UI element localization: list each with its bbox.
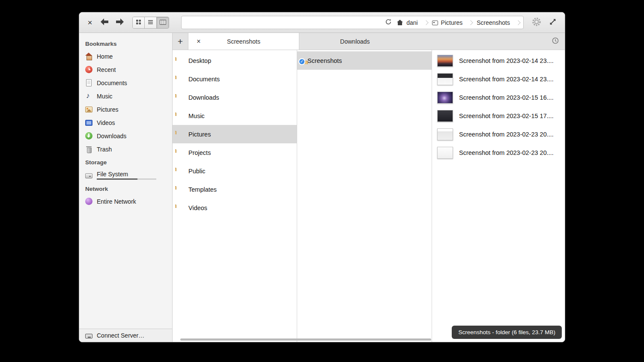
chevron-right-icon bbox=[468, 20, 472, 26]
main-area: + × Screenshots Downloads bbox=[173, 33, 565, 342]
sidebar-section-network: Network bbox=[79, 182, 172, 195]
horizontal-scrollbar[interactable] bbox=[180, 338, 431, 341]
sidebar-section-storage: Storage bbox=[79, 156, 172, 168]
sidebar-item[interactable]: Entire Network bbox=[79, 195, 172, 208]
tab-bar: + × Screenshots Downloads bbox=[173, 33, 565, 50]
sidebar-item-label: Trash bbox=[97, 146, 112, 153]
folder-row[interactable]: Templates bbox=[173, 180, 297, 199]
fullscreen-button[interactable] bbox=[547, 17, 559, 29]
tab[interactable]: × Screenshots bbox=[188, 33, 299, 50]
breadcrumb[interactable]: dani Pictures Screenshots bbox=[181, 16, 524, 29]
sidebar-item[interactable]: Documents bbox=[79, 76, 172, 89]
recent-icon bbox=[85, 66, 92, 73]
trash-icon bbox=[85, 145, 92, 153]
refresh-button[interactable] bbox=[383, 17, 394, 28]
new-tab-button[interactable]: + bbox=[173, 33, 188, 50]
column-view-button[interactable] bbox=[157, 17, 169, 28]
sidebar-item[interactable]: Trash bbox=[79, 142, 172, 156]
videos-icon bbox=[85, 120, 92, 126]
folder-row[interactable]: Screenshots bbox=[297, 51, 432, 70]
sidebar-scroll: Bookmarks Home bbox=[79, 33, 172, 329]
tab[interactable]: Downloads bbox=[299, 33, 411, 50]
sidebar-item-label: Recent bbox=[97, 66, 116, 73]
file-row[interactable]: Screenshot from 2023-02-14 23.... bbox=[432, 70, 565, 88]
selected-check-icon bbox=[298, 58, 305, 65]
sidebar-item-label: File System bbox=[97, 171, 156, 178]
settings-button[interactable] bbox=[531, 17, 543, 29]
folder-row[interactable]: Public bbox=[173, 162, 297, 180]
sidebar-item-label: Documents bbox=[97, 80, 127, 86]
list-view-button[interactable] bbox=[145, 17, 157, 28]
tab-close-icon[interactable]: × bbox=[195, 38, 202, 45]
grid-view-button[interactable] bbox=[133, 17, 145, 28]
folder-name: Public bbox=[188, 168, 206, 175]
file-row[interactable]: Screenshot from 2023-02-15 16.... bbox=[432, 88, 565, 107]
file-row[interactable]: Screenshot from 2023-02-14 23.... bbox=[432, 51, 565, 70]
breadcrumb-item[interactable]: Pictures bbox=[429, 19, 474, 26]
expand-icon bbox=[549, 18, 557, 27]
sidebar-item-label: Entire Network bbox=[97, 198, 136, 205]
sidebar-item[interactable]: File System bbox=[79, 168, 172, 182]
folder-name: Documents bbox=[188, 76, 220, 83]
light-ui-2-icon bbox=[437, 147, 453, 159]
column-view-icon bbox=[160, 19, 166, 27]
folder-row[interactable]: Downloads bbox=[173, 88, 297, 107]
breadcrumb-label: Pictures bbox=[441, 19, 463, 26]
folder-row[interactable]: Documents bbox=[173, 70, 297, 88]
connect-server-button[interactable]: Connect Server… bbox=[79, 329, 172, 342]
folder-row[interactable]: Projects bbox=[173, 143, 297, 162]
sidebar-item[interactable]: Downloads bbox=[79, 129, 172, 142]
history-button[interactable] bbox=[546, 33, 565, 50]
column-screenshots-files: Screenshot from 2023-02-14 23.... Screen… bbox=[432, 50, 565, 342]
sidebar-section-bookmarks: Bookmarks bbox=[79, 37, 172, 50]
disk-usage-fill bbox=[97, 178, 137, 180]
breadcrumb-label: Screenshots bbox=[477, 19, 510, 26]
folder-row[interactable]: Videos bbox=[173, 199, 297, 217]
pictures-icon bbox=[85, 107, 92, 113]
forward-arrow-icon bbox=[115, 18, 125, 27]
breadcrumb-item[interactable]: dani bbox=[394, 19, 429, 26]
folder-row[interactable]: Desktop bbox=[173, 51, 297, 70]
miller-columns: Desktop Documents Downloads bbox=[173, 50, 565, 342]
folder-row[interactable]: Music bbox=[173, 107, 297, 125]
sidebar-item[interactable]: Pictures bbox=[79, 103, 172, 116]
file-row[interactable]: Screenshot from 2023-02-23 20.... bbox=[432, 125, 565, 143]
sidebar-item[interactable]: Videos bbox=[79, 116, 172, 129]
sidebar-item-label: Videos bbox=[97, 119, 115, 126]
folder-name: Screenshots bbox=[307, 57, 342, 64]
breadcrumb-label: dani bbox=[406, 19, 417, 26]
tabs: × Screenshots Downloads bbox=[188, 33, 411, 50]
refresh-icon bbox=[385, 18, 392, 27]
grid-view-icon bbox=[136, 19, 141, 27]
sidebar-item-label: Pictures bbox=[97, 106, 119, 113]
folder-name: Desktop bbox=[188, 57, 211, 64]
view-switcher bbox=[132, 17, 169, 29]
forward-button[interactable] bbox=[114, 17, 125, 28]
folder-name: Videos bbox=[188, 205, 207, 211]
folder-row[interactable]: Pictures bbox=[173, 125, 297, 143]
nebula-icon bbox=[437, 92, 453, 104]
sidebar-item[interactable]: Recent bbox=[79, 63, 172, 76]
back-button[interactable] bbox=[99, 17, 110, 28]
city-sunset-icon bbox=[437, 55, 453, 67]
window-close-button[interactable]: × bbox=[85, 18, 95, 27]
sidebar-item[interactable]: Home bbox=[79, 50, 172, 63]
bookmarks-list: Home Recent bbox=[79, 50, 172, 156]
documents-icon bbox=[86, 79, 92, 86]
storage-list: File System bbox=[79, 168, 172, 182]
file-name: Screenshot from 2023-02-14 23.... bbox=[459, 57, 554, 64]
tab-label: Screenshots bbox=[227, 38, 260, 45]
file-row[interactable]: Screenshot from 2023-02-23 20.... bbox=[432, 143, 565, 162]
chevron-right-icon bbox=[516, 20, 520, 26]
file-name: Screenshot from 2023-02-23 20.... bbox=[459, 131, 554, 138]
file-name: Screenshot from 2023-02-14 23.... bbox=[459, 76, 554, 83]
file-name: Screenshot from 2023-02-15 16.... bbox=[459, 94, 554, 101]
folder-name: Downloads bbox=[188, 94, 219, 101]
file-row[interactable]: Screenshot from 2023-02-15 17.... bbox=[432, 107, 565, 125]
gear-icon bbox=[531, 17, 542, 29]
breadcrumb-item[interactable]: Screenshots bbox=[474, 19, 522, 26]
sidebar-item[interactable]: Music bbox=[79, 89, 172, 103]
app-body: Bookmarks Home bbox=[79, 33, 565, 342]
light-ui-icon bbox=[437, 128, 453, 140]
file-manager-window: × bbox=[79, 12, 565, 342]
